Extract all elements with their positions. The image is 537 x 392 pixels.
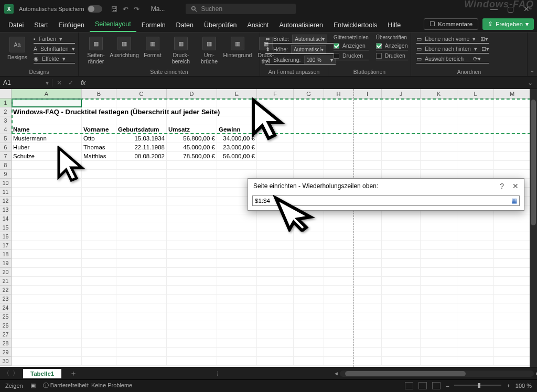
cell[interactable]: 22.11.1988 [116, 143, 167, 151]
cell[interactable] [116, 214, 167, 223]
row-header[interactable]: 1 [0, 99, 11, 107]
cell[interactable] [421, 250, 457, 258]
cell[interactable] [12, 205, 82, 214]
cell[interactable] [494, 134, 531, 143]
cell[interactable] [382, 241, 421, 249]
cell[interactable] [257, 295, 294, 303]
table-row[interactable] [12, 330, 537, 339]
cell[interactable] [353, 107, 382, 116]
cell[interactable] [116, 286, 167, 294]
row-header[interactable]: 20 [0, 268, 11, 277]
cell[interactable] [457, 125, 494, 134]
cell[interactable] [167, 286, 217, 294]
cell[interactable] [167, 188, 217, 196]
cell[interactable] [12, 339, 82, 347]
cell[interactable] [421, 134, 457, 143]
cell[interactable] [167, 205, 217, 214]
cell[interactable] [82, 223, 116, 232]
cell[interactable] [382, 223, 421, 232]
cell[interactable] [324, 214, 353, 223]
menu-item-seitenlayout[interactable]: Seitenlayout [90, 17, 136, 32]
cell[interactable] [257, 250, 294, 258]
cell[interactable] [353, 116, 382, 125]
cell[interactable]: 56.000,00 € [217, 152, 257, 160]
cell[interactable] [294, 107, 324, 116]
cell[interactable] [167, 232, 217, 241]
cell[interactable] [457, 250, 494, 258]
cell[interactable] [12, 259, 82, 267]
cell[interactable] [324, 330, 353, 339]
fonts-button[interactable]: A Schriftarten ▾ [34, 45, 75, 53]
cell[interactable] [382, 357, 421, 365]
cell[interactable]: 45.000,00 € [167, 143, 217, 151]
accessibility-status[interactable]: ⓘ Barrierefreiheit: Keine Probleme [43, 382, 133, 389]
cell[interactable] [421, 277, 457, 285]
cell[interactable] [82, 161, 116, 169]
cell[interactable] [494, 357, 531, 365]
cell[interactable] [257, 170, 294, 178]
cell[interactable] [257, 259, 294, 267]
cell[interactable] [382, 259, 421, 267]
cell[interactable] [294, 357, 324, 365]
cell[interactable] [217, 357, 257, 365]
cell[interactable] [494, 348, 531, 356]
cell[interactable] [324, 339, 353, 347]
cell[interactable] [457, 321, 494, 330]
cell[interactable] [82, 312, 116, 321]
cell[interactable] [82, 268, 116, 276]
cell[interactable] [421, 321, 457, 330]
cell[interactable]: 15.03.1934 [116, 134, 167, 143]
cell[interactable] [82, 214, 116, 223]
cell[interactable] [294, 295, 324, 303]
menu-item-automatisieren[interactable]: Automatisieren [274, 18, 328, 32]
cell[interactable] [12, 188, 82, 196]
cell[interactable] [382, 116, 421, 125]
cell[interactable] [353, 223, 382, 232]
table-row[interactable] [12, 268, 537, 277]
cell[interactable] [382, 303, 421, 312]
cell[interactable] [382, 339, 421, 347]
page-seitenrnder-button[interactable]: ▦Seiten- ränder [84, 35, 108, 64]
cell[interactable] [217, 268, 257, 276]
grid-show-check[interactable]: Anzeigen [334, 41, 369, 50]
horizontal-scrollbar[interactable]: ◄► [340, 371, 534, 377]
row-header[interactable]: 3 [0, 116, 11, 125]
cell[interactable] [167, 99, 217, 107]
cell[interactable] [217, 223, 257, 232]
cell[interactable] [12, 268, 82, 276]
cell[interactable] [82, 250, 116, 258]
cell[interactable] [324, 250, 353, 258]
cell[interactable] [421, 232, 457, 241]
page-druckbereich-button[interactable]: ▦Druck- bereich [169, 35, 193, 64]
cell[interactable] [257, 125, 294, 134]
col-header[interactable]: M [494, 89, 531, 98]
cell[interactable] [353, 321, 382, 330]
cell[interactable] [457, 223, 494, 232]
cell[interactable] [12, 348, 82, 356]
cell[interactable] [257, 357, 294, 365]
cell[interactable] [382, 232, 421, 241]
cell[interactable] [294, 152, 324, 160]
page-format-button[interactable]: ▦Format [141, 35, 165, 58]
cell[interactable] [82, 348, 116, 356]
row-header[interactable]: 9 [0, 170, 11, 179]
cell[interactable] [382, 250, 421, 258]
cell[interactable] [294, 250, 324, 258]
cell[interactable] [294, 125, 324, 134]
table-row[interactable] [12, 339, 537, 348]
cell[interactable] [494, 259, 531, 267]
cell[interactable] [82, 241, 116, 249]
toggle-icon[interactable] [88, 5, 102, 13]
cell[interactable] [353, 348, 382, 356]
cell[interactable] [382, 143, 421, 151]
tab-next-icon[interactable]: 〉 [13, 369, 19, 377]
table-row[interactable] [12, 170, 537, 179]
macro-record-icon[interactable]: ▣ [30, 382, 36, 389]
row-header[interactable]: 23 [0, 295, 11, 303]
cell[interactable] [353, 259, 382, 267]
cell[interactable] [12, 295, 82, 303]
cell[interactable] [217, 295, 257, 303]
row-header[interactable]: 14 [0, 214, 11, 223]
cell[interactable] [294, 312, 324, 321]
cell[interactable] [382, 277, 421, 285]
